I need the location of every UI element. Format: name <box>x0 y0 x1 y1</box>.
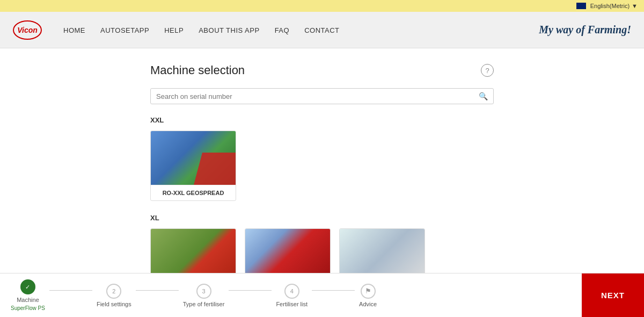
nav-item-autosetapp[interactable]: AUTOSETAPP <box>100 25 149 35</box>
wizard-step-circle-fertiliser-list: 4 <box>284 284 299 299</box>
wizard-step-label-fertiliser-type: Type of fertiliser <box>183 301 225 307</box>
nav-item-contact[interactable]: CONTACT <box>304 25 339 35</box>
search-button[interactable]: 🔍 <box>479 92 488 100</box>
wizard-step-circle-fertiliser-type: 3 <box>196 284 211 299</box>
nav-item-help[interactable]: HELP <box>164 25 184 35</box>
top-bar: English(Metric) ▼ <box>0 0 644 12</box>
wizard-step-label-advice: Advice <box>359 301 377 307</box>
machine-card-xl-3[interactable] <box>339 228 425 273</box>
search-box: 🔍 <box>150 88 494 104</box>
machine-card-img-xl-3 <box>340 229 425 273</box>
navbar: Vicon HOME AUTOSETAPP HELP ABOUT THIS AP… <box>0 12 644 48</box>
wizard-connector-2 <box>136 290 179 291</box>
wizard-step-circle-field: 2 <box>106 284 121 299</box>
wizard-step-advice: ⚑ Advice <box>357 284 379 307</box>
wizard-step-fertiliser-type: 3 Type of fertiliser <box>181 284 227 307</box>
machine-card-xl-2[interactable] <box>245 228 331 273</box>
main-content: Machine selection ? 🔍 XXL RO-XXL GEOSPRE… <box>0 48 644 273</box>
next-button[interactable]: NEXT <box>582 273 644 318</box>
language-label: English(Metric) <box>590 3 630 9</box>
machine-card-img-ro-xxl <box>151 131 236 185</box>
nav-item-home[interactable]: HOME <box>63 25 85 35</box>
wizard-bar: ✓ Machine SuperFlow PS 2 Field settings … <box>0 273 644 317</box>
page-title-row: Machine selection ? <box>150 63 494 77</box>
machine-card-ro-xxl[interactable]: RO-XXL GEOSPREAD <box>150 131 236 201</box>
machine-grid-xl <box>150 228 494 273</box>
machine-card-img-xl-2 <box>245 229 331 273</box>
wizard-connector-3 <box>229 290 272 291</box>
wizard-step-fertiliser-list: 4 Fertiliser list <box>274 284 310 307</box>
wizard-step-field: 2 Field settings <box>94 284 134 307</box>
dropdown-arrow: ▼ <box>632 3 638 9</box>
flag-uk-icon <box>576 3 586 9</box>
wizard-connector-1 <box>49 290 92 291</box>
wizard-step-circle-machine: ✓ <box>20 279 35 294</box>
machine-grid-xxl: RO-XXL GEOSPREAD <box>150 131 494 201</box>
logo-area: Vicon <box>13 20 42 40</box>
wizard-step-machine: ✓ Machine SuperFlow PS <box>9 279 47 311</box>
nav-item-faq[interactable]: FAQ <box>275 25 290 35</box>
page-title: Machine selection <box>150 63 245 77</box>
machine-card-xl-1[interactable] <box>150 228 236 273</box>
wizard-step-label-machine: Machine <box>17 297 39 303</box>
nav-item-about[interactable]: ABOUT THIS APP <box>199 25 259 35</box>
help-icon[interactable]: ? <box>481 64 494 77</box>
wizard-connector-4 <box>312 290 355 291</box>
wizard-step-label-field: Field settings <box>97 301 131 307</box>
language-selector[interactable]: English(Metric) ▼ <box>576 3 638 9</box>
vicon-logo[interactable]: Vicon <box>13 20 42 40</box>
machine-card-label-ro-xxl: RO-XXL GEOSPREAD <box>151 185 236 200</box>
section-label-xxl: XXL <box>150 116 494 124</box>
wizard-step-circle-advice: ⚑ <box>361 284 376 299</box>
wizard-step-sublabel-machine: SuperFlow PS <box>11 305 45 311</box>
search-input[interactable] <box>156 92 479 100</box>
wizard-step-label-fertiliser-list: Fertiliser list <box>276 301 308 307</box>
machine-card-img-xl-1 <box>151 229 236 273</box>
nav-links: HOME AUTOSETAPP HELP ABOUT THIS APP FAQ … <box>63 25 539 35</box>
section-label-xl: XL <box>150 214 494 222</box>
tagline: My way of Farming! <box>539 24 631 36</box>
